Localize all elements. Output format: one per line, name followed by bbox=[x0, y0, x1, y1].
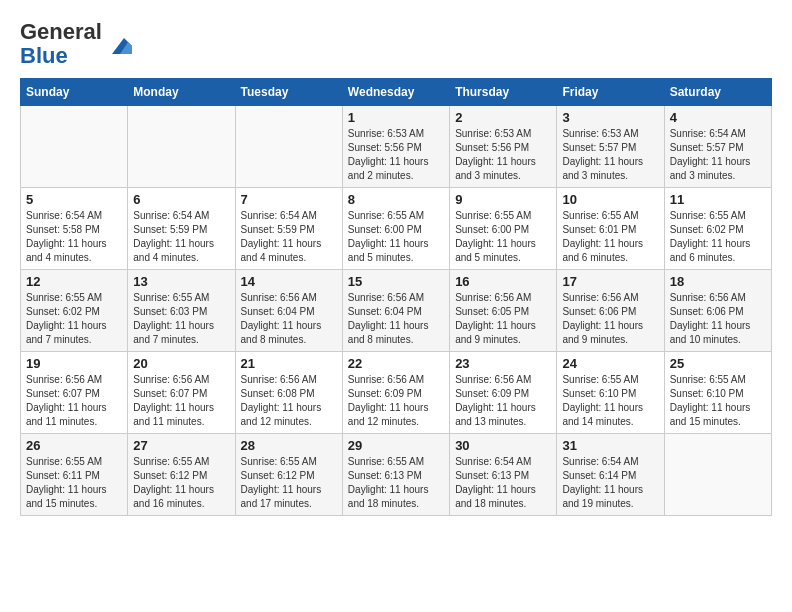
day-info: Sunrise: 6:55 AMSunset: 6:02 PMDaylight:… bbox=[670, 209, 766, 265]
logo-icon bbox=[104, 30, 132, 58]
logo-blue-text: Blue bbox=[20, 43, 68, 68]
calendar-cell: 14Sunrise: 6:56 AMSunset: 6:04 PMDayligh… bbox=[235, 270, 342, 352]
calendar-cell: 7Sunrise: 6:54 AMSunset: 5:59 PMDaylight… bbox=[235, 188, 342, 270]
day-info: Sunrise: 6:54 AMSunset: 6:13 PMDaylight:… bbox=[455, 455, 551, 511]
day-number: 9 bbox=[455, 192, 551, 207]
calendar-cell: 22Sunrise: 6:56 AMSunset: 6:09 PMDayligh… bbox=[342, 352, 449, 434]
day-of-week-header: Sunday bbox=[21, 79, 128, 106]
day-number: 1 bbox=[348, 110, 444, 125]
day-info: Sunrise: 6:55 AMSunset: 6:00 PMDaylight:… bbox=[455, 209, 551, 265]
calendar-cell: 13Sunrise: 6:55 AMSunset: 6:03 PMDayligh… bbox=[128, 270, 235, 352]
calendar-cell: 28Sunrise: 6:55 AMSunset: 6:12 PMDayligh… bbox=[235, 434, 342, 516]
calendar-week-row: 1Sunrise: 6:53 AMSunset: 5:56 PMDaylight… bbox=[21, 106, 772, 188]
calendar-cell: 25Sunrise: 6:55 AMSunset: 6:10 PMDayligh… bbox=[664, 352, 771, 434]
calendar-cell: 24Sunrise: 6:55 AMSunset: 6:10 PMDayligh… bbox=[557, 352, 664, 434]
day-info: Sunrise: 6:54 AMSunset: 5:59 PMDaylight:… bbox=[133, 209, 229, 265]
day-info: Sunrise: 6:53 AMSunset: 5:56 PMDaylight:… bbox=[348, 127, 444, 183]
day-number: 28 bbox=[241, 438, 337, 453]
calendar-cell: 27Sunrise: 6:55 AMSunset: 6:12 PMDayligh… bbox=[128, 434, 235, 516]
day-number: 14 bbox=[241, 274, 337, 289]
day-number: 7 bbox=[241, 192, 337, 207]
day-info: Sunrise: 6:56 AMSunset: 6:09 PMDaylight:… bbox=[455, 373, 551, 429]
calendar-week-row: 5Sunrise: 6:54 AMSunset: 5:58 PMDaylight… bbox=[21, 188, 772, 270]
day-number: 27 bbox=[133, 438, 229, 453]
calendar-cell: 23Sunrise: 6:56 AMSunset: 6:09 PMDayligh… bbox=[450, 352, 557, 434]
day-number: 31 bbox=[562, 438, 658, 453]
calendar-cell: 3Sunrise: 6:53 AMSunset: 5:57 PMDaylight… bbox=[557, 106, 664, 188]
day-number: 29 bbox=[348, 438, 444, 453]
day-of-week-header: Monday bbox=[128, 79, 235, 106]
page-header: General Blue bbox=[20, 20, 772, 68]
calendar-cell bbox=[128, 106, 235, 188]
calendar-cell: 12Sunrise: 6:55 AMSunset: 6:02 PMDayligh… bbox=[21, 270, 128, 352]
day-number: 24 bbox=[562, 356, 658, 371]
day-info: Sunrise: 6:55 AMSunset: 6:03 PMDaylight:… bbox=[133, 291, 229, 347]
day-of-week-header: Saturday bbox=[664, 79, 771, 106]
calendar-cell: 2Sunrise: 6:53 AMSunset: 5:56 PMDaylight… bbox=[450, 106, 557, 188]
calendar-cell: 15Sunrise: 6:56 AMSunset: 6:04 PMDayligh… bbox=[342, 270, 449, 352]
calendar-week-row: 19Sunrise: 6:56 AMSunset: 6:07 PMDayligh… bbox=[21, 352, 772, 434]
day-info: Sunrise: 6:53 AMSunset: 5:57 PMDaylight:… bbox=[562, 127, 658, 183]
calendar-cell: 31Sunrise: 6:54 AMSunset: 6:14 PMDayligh… bbox=[557, 434, 664, 516]
day-number: 26 bbox=[26, 438, 122, 453]
day-number: 16 bbox=[455, 274, 551, 289]
calendar-cell: 21Sunrise: 6:56 AMSunset: 6:08 PMDayligh… bbox=[235, 352, 342, 434]
day-number: 8 bbox=[348, 192, 444, 207]
day-number: 10 bbox=[562, 192, 658, 207]
day-number: 23 bbox=[455, 356, 551, 371]
day-of-week-header: Friday bbox=[557, 79, 664, 106]
day-info: Sunrise: 6:55 AMSunset: 6:11 PMDaylight:… bbox=[26, 455, 122, 511]
day-number: 13 bbox=[133, 274, 229, 289]
day-number: 20 bbox=[133, 356, 229, 371]
day-info: Sunrise: 6:56 AMSunset: 6:07 PMDaylight:… bbox=[26, 373, 122, 429]
calendar-cell: 29Sunrise: 6:55 AMSunset: 6:13 PMDayligh… bbox=[342, 434, 449, 516]
day-info: Sunrise: 6:55 AMSunset: 6:12 PMDaylight:… bbox=[133, 455, 229, 511]
day-info: Sunrise: 6:56 AMSunset: 6:07 PMDaylight:… bbox=[133, 373, 229, 429]
day-of-week-header: Tuesday bbox=[235, 79, 342, 106]
day-number: 3 bbox=[562, 110, 658, 125]
calendar-cell: 5Sunrise: 6:54 AMSunset: 5:58 PMDaylight… bbox=[21, 188, 128, 270]
day-info: Sunrise: 6:54 AMSunset: 5:57 PMDaylight:… bbox=[670, 127, 766, 183]
day-number: 4 bbox=[670, 110, 766, 125]
day-info: Sunrise: 6:55 AMSunset: 6:10 PMDaylight:… bbox=[670, 373, 766, 429]
day-number: 25 bbox=[670, 356, 766, 371]
calendar-cell: 16Sunrise: 6:56 AMSunset: 6:05 PMDayligh… bbox=[450, 270, 557, 352]
calendar-cell: 10Sunrise: 6:55 AMSunset: 6:01 PMDayligh… bbox=[557, 188, 664, 270]
day-info: Sunrise: 6:56 AMSunset: 6:09 PMDaylight:… bbox=[348, 373, 444, 429]
day-number: 6 bbox=[133, 192, 229, 207]
day-number: 18 bbox=[670, 274, 766, 289]
day-info: Sunrise: 6:55 AMSunset: 6:12 PMDaylight:… bbox=[241, 455, 337, 511]
logo-general-text: General bbox=[20, 19, 102, 44]
day-number: 22 bbox=[348, 356, 444, 371]
day-info: Sunrise: 6:53 AMSunset: 5:56 PMDaylight:… bbox=[455, 127, 551, 183]
day-info: Sunrise: 6:56 AMSunset: 6:04 PMDaylight:… bbox=[348, 291, 444, 347]
calendar-cell: 26Sunrise: 6:55 AMSunset: 6:11 PMDayligh… bbox=[21, 434, 128, 516]
day-number: 19 bbox=[26, 356, 122, 371]
day-number: 5 bbox=[26, 192, 122, 207]
day-info: Sunrise: 6:56 AMSunset: 6:04 PMDaylight:… bbox=[241, 291, 337, 347]
day-info: Sunrise: 6:55 AMSunset: 6:13 PMDaylight:… bbox=[348, 455, 444, 511]
calendar-cell bbox=[21, 106, 128, 188]
day-info: Sunrise: 6:55 AMSunset: 6:00 PMDaylight:… bbox=[348, 209, 444, 265]
calendar-week-row: 26Sunrise: 6:55 AMSunset: 6:11 PMDayligh… bbox=[21, 434, 772, 516]
calendar-cell: 20Sunrise: 6:56 AMSunset: 6:07 PMDayligh… bbox=[128, 352, 235, 434]
calendar-table: SundayMondayTuesdayWednesdayThursdayFrid… bbox=[20, 78, 772, 516]
logo: General Blue bbox=[20, 20, 132, 68]
day-info: Sunrise: 6:56 AMSunset: 6:06 PMDaylight:… bbox=[562, 291, 658, 347]
day-number: 21 bbox=[241, 356, 337, 371]
day-number: 17 bbox=[562, 274, 658, 289]
calendar-cell: 19Sunrise: 6:56 AMSunset: 6:07 PMDayligh… bbox=[21, 352, 128, 434]
day-info: Sunrise: 6:55 AMSunset: 6:02 PMDaylight:… bbox=[26, 291, 122, 347]
calendar-week-row: 12Sunrise: 6:55 AMSunset: 6:02 PMDayligh… bbox=[21, 270, 772, 352]
calendar-cell: 1Sunrise: 6:53 AMSunset: 5:56 PMDaylight… bbox=[342, 106, 449, 188]
day-of-week-header: Wednesday bbox=[342, 79, 449, 106]
day-info: Sunrise: 6:54 AMSunset: 5:59 PMDaylight:… bbox=[241, 209, 337, 265]
day-info: Sunrise: 6:56 AMSunset: 6:05 PMDaylight:… bbox=[455, 291, 551, 347]
calendar-cell: 4Sunrise: 6:54 AMSunset: 5:57 PMDaylight… bbox=[664, 106, 771, 188]
calendar-cell bbox=[664, 434, 771, 516]
day-number: 30 bbox=[455, 438, 551, 453]
day-of-week-header: Thursday bbox=[450, 79, 557, 106]
day-number: 15 bbox=[348, 274, 444, 289]
day-info: Sunrise: 6:56 AMSunset: 6:06 PMDaylight:… bbox=[670, 291, 766, 347]
day-number: 11 bbox=[670, 192, 766, 207]
